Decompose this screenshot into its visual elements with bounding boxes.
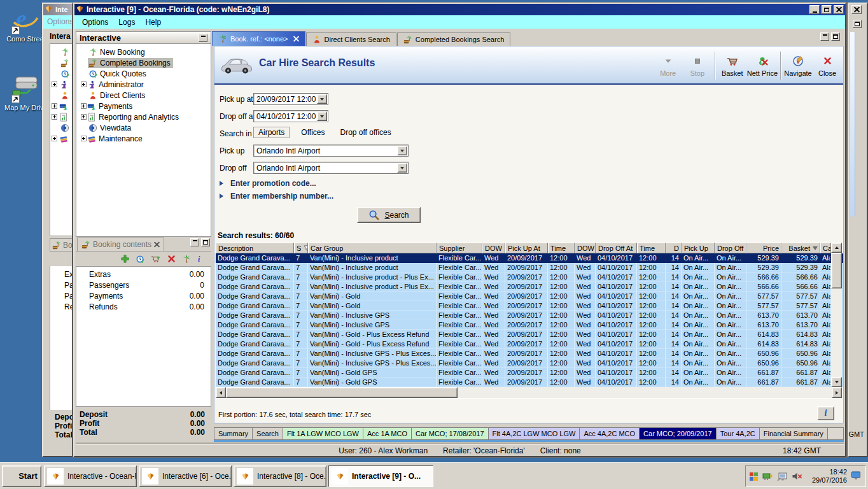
column-header-drop-off[interactable]: Drop Off [715, 243, 746, 253]
collapse-button[interactable] [199, 34, 207, 42]
panel-restore-button[interactable] [201, 238, 210, 246]
result-row[interactable]: Dodge Grand Carava...7Van(Mini) - Inclus… [216, 282, 843, 292]
panel-minimize-button[interactable] [820, 32, 829, 41]
section-tab-flt-4a-2c-lgw-mco-lgw[interactable]: Flt 4A,2C LGW MCO LGW [489, 427, 580, 440]
column-header-dow[interactable]: DOW [482, 243, 505, 253]
booking-toolbar-quick-quotes-icon[interactable] [136, 255, 144, 264]
show-desktop-icon[interactable] [851, 471, 862, 482]
column-header-car-group[interactable]: Car Group [308, 243, 437, 253]
column-header-pick-up-at[interactable]: Pick Up At [505, 243, 548, 253]
drop-off-at-combo[interactable]: 04/10/2017 12:00 [253, 110, 328, 122]
taskbar-button-interactive-9-o-[interactable]: Interactive [9] - O... [328, 465, 433, 487]
result-row[interactable]: Dodge Grand Carava...7Van(Mini) - Inclus… [216, 253, 843, 263]
section-tab-flt-1a-lgw-mco-lgw[interactable]: Flt 1A LGW MCO LGW [283, 427, 363, 440]
menu-logs[interactable]: Logs [113, 17, 140, 28]
scroll-down-icon[interactable] [831, 377, 842, 387]
column-header-d[interactable]: D [666, 243, 682, 253]
menu-help[interactable]: Help [140, 17, 166, 28]
scrollbar-thumb[interactable] [226, 387, 458, 398]
result-row[interactable]: Dodge Grand Carava...7Van(Mini) - Gold G… [216, 378, 843, 387]
pick-up-at-combo[interactable]: 20/09/2017 12:00 [253, 93, 328, 105]
search-in-offices[interactable]: Offices [297, 127, 328, 138]
booking-toolbar-info-icon[interactable]: i [197, 255, 202, 263]
expand-icon[interactable] [81, 82, 87, 87]
section-tab-summary[interactable]: Summary [214, 427, 253, 440]
sidebar-item-quick-quotes[interactable]: Quick Quotes [76, 68, 211, 79]
background-window-left[interactable]: Inte Options Intera $ Bo ExPaPaRe DepoPr… [42, 3, 73, 457]
result-row[interactable]: Dodge Grand Carava...7Van(Mini) - Gold -… [216, 339, 843, 349]
section-tab-acc-4a-2c-mco[interactable]: Acc 4A,2C MCO [580, 427, 640, 440]
result-row[interactable]: Dodge Grand Carava...7Van(Mini) - Inclus… [216, 358, 843, 368]
menu-options[interactable]: Options [77, 17, 113, 28]
membership-number-expander[interactable]: Enter membership number... [220, 192, 333, 201]
taskbar-button-interactive-ocean-f-[interactable]: Interactive - Ocean-F... [44, 465, 137, 487]
result-row[interactable]: Dodge Grand Carava...7Van(Mini) - Inclus… [216, 320, 843, 330]
expand-icon[interactable] [81, 114, 87, 120]
column-header-basket[interactable]: Basket [781, 243, 820, 253]
booking-toolbar-delete-icon[interactable] [167, 255, 176, 263]
background-window-right[interactable]: GMT [848, 3, 868, 457]
sidebar-item-maintenance[interactable]: Maintenance [76, 133, 211, 144]
drop-off-combo[interactable]: Orlando Intl Airport [253, 162, 409, 174]
result-row[interactable]: Dodge Grand Carava...7Van(Mini) - Inclus… [216, 273, 843, 282]
expand-icon[interactable] [81, 103, 87, 109]
sidebar-item-viewdata[interactable]: Viewdata [76, 122, 211, 133]
dropdown-arrow-icon[interactable] [317, 111, 327, 121]
booking-toolbar-cart-icon[interactable] [151, 255, 161, 264]
sidebar-item-administrator[interactable]: Administrator [76, 79, 211, 90]
booking-toolbar-add-icon[interactable] [121, 255, 129, 263]
booking-toolbar-palm-tree-icon[interactable] [182, 255, 191, 264]
search-in-airports[interactable]: Airports [253, 127, 290, 138]
horizontal-scrollbar[interactable] [216, 387, 842, 398]
dropdown-arrow-icon[interactable] [397, 146, 407, 155]
maximize-button[interactable] [822, 5, 832, 14]
dropdown-arrow-icon[interactable] [397, 163, 407, 173]
result-row[interactable]: Dodge Grand Carava...7Van(Mini) - Inclus… [216, 311, 843, 320]
sidebar-item-payments[interactable]: $Payments [76, 101, 211, 111]
section-tab-tour-4a-2c[interactable]: Tour 4A,2C [717, 427, 760, 440]
sidebar-item-new-booking[interactable]: New Booking [76, 46, 211, 57]
dropdown-arrow-icon[interactable] [317, 94, 327, 104]
section-tab-car-mco-17-08-2017[interactable]: Car MCO; 17/08/2017 [412, 427, 489, 440]
start-button[interactable]: Start [2, 465, 41, 487]
basket-button[interactable]: Basket [718, 49, 747, 82]
panel-minimize-button[interactable] [190, 238, 199, 246]
column-header-time[interactable]: Time [637, 243, 666, 253]
result-row[interactable]: Dodge Grand Carava...7Van(Mini) - Inclus… [216, 263, 843, 273]
vertical-scrollbar[interactable] [831, 243, 842, 387]
tab-book-ref-none-[interactable]: Book. ref.: <none> [212, 31, 305, 46]
muted-speaker-icon[interactable] [792, 472, 802, 481]
result-row[interactable]: Dodge Grand Carava...7Van(Mini) - Inclus… [216, 349, 843, 358]
section-tab-search[interactable]: Search [253, 427, 283, 440]
promotion-code-expander[interactable]: Enter promotion code... [220, 179, 316, 188]
result-row[interactable]: Dodge Grand Carava...7Van(Mini) - Gold -… [216, 330, 843, 339]
column-header-s[interactable]: S [294, 243, 308, 253]
expand-icon[interactable] [81, 136, 87, 141]
restore-button[interactable] [853, 20, 862, 28]
title-bar[interactable]: Interactive [9] - Ocean-Florida (code: w… [74, 4, 845, 15]
scrollbar-thumb[interactable] [831, 253, 842, 288]
tab-booking-contents[interactable]: Booking contents [77, 237, 164, 251]
column-header-price[interactable]: Price [746, 243, 781, 253]
column-header-pick-up[interactable]: Pick Up [682, 243, 715, 253]
close-icon[interactable] [293, 36, 299, 42]
display-icon[interactable] [777, 472, 788, 481]
search-in-drop-off-offices[interactable]: Drop off offices [336, 127, 395, 138]
pick-up-combo[interactable]: Orlando Intl Airport [253, 145, 409, 157]
close-button[interactable] [851, 5, 862, 14]
section-tab-car-mco-20-09-2017[interactable]: Car MCO; 20/09/2017 [640, 427, 717, 440]
result-row[interactable]: Dodge Grand Carava...7Van(Mini) - GoldFl… [216, 292, 843, 301]
close-button[interactable]: Close [813, 49, 842, 82]
panel-restore-button[interactable] [831, 32, 840, 41]
section-tab-acc-1a-mco[interactable]: Acc 1A MCO [363, 427, 412, 440]
tab-direct-clients-search[interactable]: Direct Clients Search [306, 32, 396, 46]
sidebar-item-reporting-and-analytics[interactable]: Reporting and Analytics [76, 111, 211, 122]
scroll-right-icon[interactable] [832, 387, 842, 398]
column-header-supplier[interactable]: Supplier [437, 243, 482, 253]
sidebar-item-direct-clients[interactable]: Direct Clients [76, 90, 211, 101]
column-header-time[interactable]: Time [548, 243, 575, 253]
close-icon[interactable] [154, 242, 160, 248]
close-button[interactable] [834, 5, 844, 14]
result-row[interactable]: Dodge Grand Carava...7Van(Mini) - Gold G… [216, 368, 843, 378]
taskbar-button-interactive-6-oce-[interactable]: Interactive [6] - Oce... [139, 465, 232, 487]
